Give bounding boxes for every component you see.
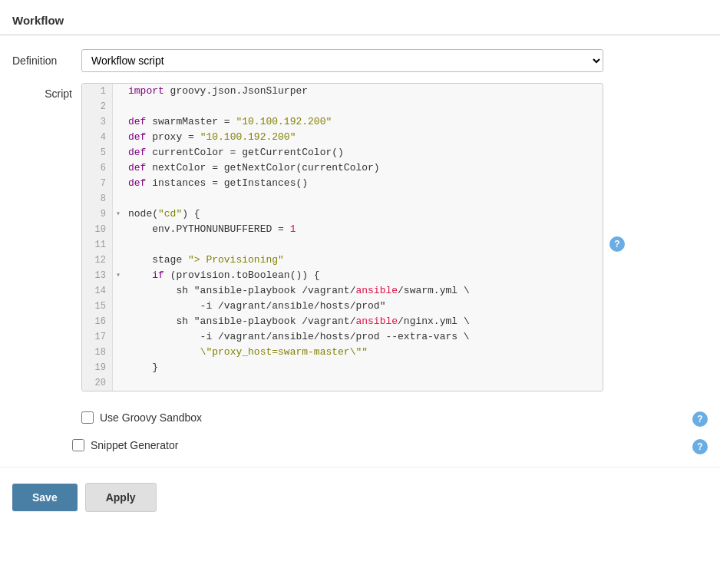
- code-content-9: node("cd") {: [124, 206, 603, 222]
- groovy-sandbox-checkbox[interactable]: [81, 411, 94, 424]
- fold-18: [113, 345, 124, 360]
- fold-3: [113, 114, 124, 130]
- fold-9[interactable]: ▾: [113, 206, 124, 222]
- line-num-17: 17: [82, 329, 113, 345]
- apply-button[interactable]: Apply: [85, 483, 157, 512]
- code-content-18: \"proxy_host=swarm-master\"": [124, 345, 603, 360]
- line-num-8: 8: [82, 191, 113, 206]
- line-num-4: 4: [82, 130, 113, 145]
- code-line-1: 1 import groovy.json.JsonSlurper: [82, 84, 603, 99]
- fold-7: [113, 176, 124, 191]
- code-line-20: 20: [82, 375, 603, 391]
- groovy-sandbox-help[interactable]: ?: [692, 411, 708, 427]
- fold-5: [113, 145, 124, 160]
- code-line-16: 16 sh "ansible-playbook /vagrant/ansible…: [82, 314, 603, 329]
- snippet-generator-row: Snippet Generator ?: [0, 431, 720, 459]
- line-num-2: 2: [82, 99, 113, 114]
- groovy-sandbox-row: Use Groovy Sandbox ?: [0, 404, 720, 431]
- code-line-17: 17 -i /vagrant/ansible/hosts/prod --extr…: [82, 329, 603, 345]
- line-num-14: 14: [82, 283, 113, 299]
- fold-13[interactable]: ▾: [113, 268, 124, 283]
- code-line-14: 14 sh "ansible-playbook /vagrant/ansible…: [82, 283, 603, 299]
- fold-17: [113, 329, 124, 345]
- code-line-11: 11: [82, 237, 603, 253]
- snippet-generator-help-icon[interactable]: ?: [686, 436, 708, 454]
- line-num-20: 20: [82, 375, 113, 391]
- line-num-12: 12: [82, 253, 113, 268]
- fold-14: [113, 283, 124, 299]
- line-num-1: 1: [82, 84, 113, 99]
- line-num-19: 19: [82, 360, 113, 375]
- fold-12: [113, 253, 124, 268]
- fold-2: [113, 99, 124, 114]
- snippet-generator-label: Snippet Generator: [91, 439, 178, 451]
- code-content-16: sh "ansible-playbook /vagrant/ansible/ng…: [124, 314, 603, 329]
- code-line-5: 5 def currentColor = getCurrentColor(): [82, 145, 603, 160]
- code-content-13: if (provision.toBoolean()) {: [124, 268, 603, 283]
- code-line-4: 4 def proxy = "10.100.192.200": [82, 130, 603, 145]
- snippet-generator-help[interactable]: ?: [692, 439, 708, 454]
- code-content-3: def swarmMaster = "10.100.192.200": [124, 114, 603, 130]
- code-line-9: 9 ▾ node("cd") {: [82, 206, 603, 222]
- code-content-12: stage "> Provisioning": [124, 253, 603, 268]
- code-line-15: 15 -i /vagrant/ansible/hosts/prod": [82, 299, 603, 314]
- code-content-7: def instances = getInstances(): [124, 176, 603, 191]
- code-content-10: env.PYTHONUNBUFFERED = 1: [124, 222, 603, 237]
- code-line-13: 13 ▾ if (provision.toBoolean()) {: [82, 268, 603, 283]
- code-content-8: [124, 191, 603, 206]
- line-num-3: 3: [82, 114, 113, 130]
- code-content-19: }: [124, 360, 603, 375]
- code-editor[interactable]: 1 import groovy.json.JsonSlurper 2 3 def…: [81, 83, 603, 391]
- line-num-11: 11: [82, 237, 113, 253]
- code-line-3: 3 def swarmMaster = "10.100.192.200": [82, 114, 603, 130]
- code-line-7: 7 def instances = getInstances(): [82, 176, 603, 191]
- code-line-12: 12 stage "> Provisioning": [82, 253, 603, 268]
- code-content-6: def nextColor = getNextColor(currentColo…: [124, 160, 603, 176]
- code-line-8: 8: [82, 191, 603, 206]
- code-content-5: def currentColor = getCurrentColor(): [124, 145, 603, 160]
- fold-1: [113, 84, 124, 99]
- code-content-2: [124, 99, 603, 114]
- groovy-sandbox-help-icon[interactable]: ?: [686, 408, 708, 427]
- workflow-page: Workflow Definition Workflow script Pipe…: [0, 0, 720, 588]
- line-num-13: 13: [82, 268, 113, 283]
- definition-select[interactable]: Workflow script Pipeline script from SCM: [81, 49, 603, 72]
- fold-16: [113, 314, 124, 329]
- fold-20: [113, 375, 124, 391]
- fold-11: [113, 237, 124, 253]
- line-num-6: 6: [82, 160, 113, 176]
- code-content-15: -i /vagrant/ansible/hosts/prod": [124, 299, 603, 314]
- save-button[interactable]: Save: [12, 484, 78, 511]
- line-num-5: 5: [82, 145, 113, 160]
- fold-4: [113, 130, 124, 145]
- code-line-10: 10 env.PYTHONUNBUFFERED = 1: [82, 222, 603, 237]
- line-num-7: 7: [82, 176, 113, 191]
- fold-6: [113, 160, 124, 176]
- page-title: Workflow: [0, 8, 720, 35]
- definition-row: Definition Workflow script Pipeline scri…: [0, 46, 720, 80]
- code-line-2: 2: [82, 99, 603, 114]
- button-row: Save Apply: [0, 467, 720, 527]
- script-row: Script 1 import groovy.json.JsonSlurper …: [0, 80, 720, 395]
- code-content-1: import groovy.json.JsonSlurper: [124, 84, 603, 99]
- definition-select-wrapper: Workflow script Pipeline script from SCM: [81, 49, 603, 72]
- line-num-10: 10: [82, 222, 113, 237]
- line-num-16: 16: [82, 314, 113, 329]
- code-content-14: sh "ansible-playbook /vagrant/ansible/sw…: [124, 283, 603, 299]
- code-content-4: def proxy = "10.100.192.200": [124, 130, 603, 145]
- script-label: Script: [12, 83, 81, 100]
- fold-8: [113, 191, 124, 206]
- groovy-sandbox-label: Use Groovy Sandbox: [100, 411, 202, 424]
- code-line-18: 18 \"proxy_host=swarm-master\"": [82, 345, 603, 360]
- fold-15: [113, 299, 124, 314]
- code-lines: 1 import groovy.json.JsonSlurper 2 3 def…: [82, 84, 603, 391]
- code-content-11: [124, 237, 603, 253]
- script-help-icon[interactable]: ?: [609, 236, 625, 252]
- snippet-generator-checkbox[interactable]: [72, 439, 84, 451]
- fold-10: [113, 222, 124, 237]
- code-line-6: 6 def nextColor = getNextColor(currentCo…: [82, 160, 603, 176]
- code-content-20: [124, 375, 603, 391]
- code-line-19: 19 }: [82, 360, 603, 375]
- line-num-15: 15: [82, 299, 113, 314]
- code-content-17: -i /vagrant/ansible/hosts/prod --extra-v…: [124, 329, 603, 345]
